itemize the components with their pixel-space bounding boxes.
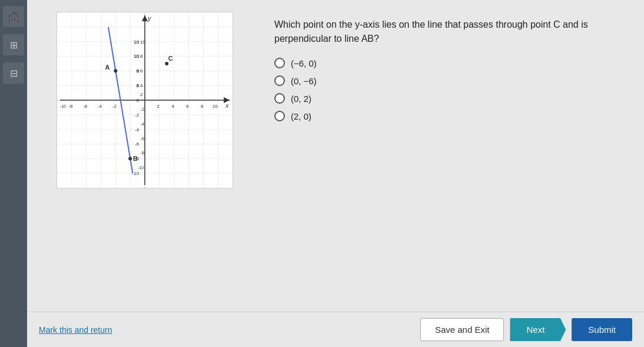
content-area: y x -2 -4 -6 -8 -10 2 4 6 8 10 8 10 xyxy=(27,0,644,312)
mark-return-link[interactable]: Mark this and return xyxy=(39,325,112,335)
svg-text:-6: -6 xyxy=(83,104,88,109)
svg-text:10: 10 xyxy=(134,54,139,59)
svg-text:-6: -6 xyxy=(135,141,140,147)
svg-text:-2: -2 xyxy=(112,104,117,109)
svg-point-70 xyxy=(165,62,168,65)
svg-marker-25 xyxy=(142,15,148,21)
svg-text:-10: -10 xyxy=(138,166,144,170)
svg-text:4: 4 xyxy=(171,104,174,109)
svg-text:2: 2 xyxy=(157,104,160,109)
svg-text:-2: -2 xyxy=(135,113,140,118)
svg-text:-10: -10 xyxy=(60,104,66,108)
reference-button[interactable]: ⊟ xyxy=(3,62,24,84)
svg-text:0: 0 xyxy=(137,98,140,103)
svg-text:A: A xyxy=(105,64,109,71)
radio-3[interactable] xyxy=(274,93,285,104)
options-list: (−6, 0) (0, −6) (0, 2) (2, 0) xyxy=(274,58,620,121)
sidebar: 🎧 ⊞ ⊟ xyxy=(0,0,27,347)
svg-point-66 xyxy=(114,69,117,72)
svg-text:-10: -10 xyxy=(132,171,140,176)
svg-text:y: y xyxy=(147,15,151,22)
radio-4[interactable] xyxy=(274,111,285,121)
svg-text:8: 8 xyxy=(140,54,143,59)
svg-text:-4: -4 xyxy=(140,121,145,127)
question-section: Which point on the y-axis lies on the li… xyxy=(263,12,632,300)
svg-text:2: 2 xyxy=(140,92,143,97)
option-4-label: (2, 0) xyxy=(291,111,311,121)
calculator-button[interactable]: ⊞ xyxy=(3,34,24,55)
svg-text:x: x xyxy=(225,102,229,109)
svg-text:B: B xyxy=(133,155,138,162)
svg-text:10: 10 xyxy=(140,39,145,45)
svg-text:-4: -4 xyxy=(98,104,102,109)
svg-text:10: 10 xyxy=(134,39,139,45)
option-2-label: (0, −6) xyxy=(291,76,317,86)
option-2[interactable]: (0, −6) xyxy=(274,75,620,86)
svg-text:10: 10 xyxy=(213,104,218,109)
svg-point-68 xyxy=(128,157,132,160)
svg-text:-6: -6 xyxy=(140,136,145,141)
headphone-button[interactable]: 🎧 xyxy=(3,6,24,27)
graph-section: y x -2 -4 -6 -8 -10 2 4 6 8 10 8 10 xyxy=(39,12,251,300)
svg-text:-8: -8 xyxy=(68,104,73,109)
svg-text:6: 6 xyxy=(137,83,140,88)
svg-text:-2: -2 xyxy=(140,107,145,112)
svg-text:8: 8 xyxy=(201,104,204,109)
footer-buttons: Save and Exit Next Submit xyxy=(420,318,632,341)
main-content: y x -2 -4 -6 -8 -10 2 4 6 8 10 8 10 xyxy=(27,0,644,347)
graph-container: y x -2 -4 -6 -8 -10 2 4 6 8 10 8 10 xyxy=(57,12,233,189)
svg-text:6: 6 xyxy=(140,68,143,74)
svg-text:4: 4 xyxy=(140,83,143,88)
option-3-label: (0, 2) xyxy=(291,94,311,104)
svg-text:6: 6 xyxy=(186,104,189,109)
radio-1[interactable] xyxy=(274,58,285,68)
option-1-label: (−6, 0) xyxy=(291,58,317,68)
svg-text:8: 8 xyxy=(137,68,140,74)
radio-2[interactable] xyxy=(274,75,285,86)
option-3[interactable]: (0, 2) xyxy=(274,93,620,104)
footer: Mark this and return Save and Exit Next … xyxy=(27,312,644,347)
svg-text:-8: -8 xyxy=(140,150,145,156)
save-exit-button[interactable]: Save and Exit xyxy=(420,318,504,341)
option-4[interactable]: (2, 0) xyxy=(274,111,620,121)
option-1[interactable]: (−6, 0) xyxy=(274,58,620,68)
question-text: Which point on the y-axis lies on the li… xyxy=(274,18,620,46)
svg-text:C: C xyxy=(168,55,173,62)
submit-button[interactable]: Submit xyxy=(572,318,632,341)
coordinate-graph: y x -2 -4 -6 -8 -10 2 4 6 8 10 8 10 xyxy=(57,12,233,188)
svg-text:-4: -4 xyxy=(135,127,140,133)
next-button[interactable]: Next xyxy=(510,318,566,341)
